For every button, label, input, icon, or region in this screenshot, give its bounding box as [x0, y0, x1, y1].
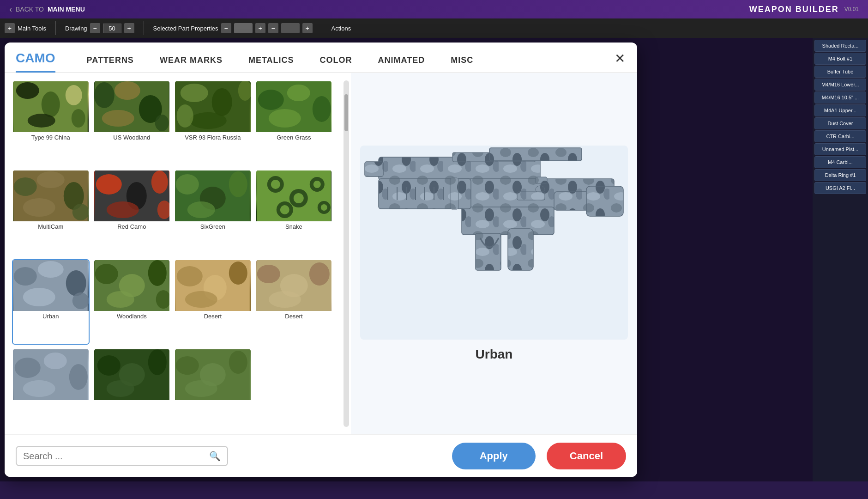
svg-point-60: [148, 260, 166, 286]
right-panel-item-1[interactable]: M4 Bolt #1: [814, 53, 866, 65]
pattern-sixgreen-img: [175, 170, 251, 221]
svg-point-44: [293, 193, 303, 203]
pattern-woodlands-img: [94, 260, 170, 311]
pattern-urban-label: Urban: [13, 311, 89, 322]
pattern-darkgreen[interactable]: [93, 348, 171, 427]
pattern-uswoodland[interactable]: US Woodland: [93, 80, 171, 166]
svg-point-64: [177, 266, 203, 286]
pattern-vsr93-img: [175, 81, 251, 132]
tab-wearmarks[interactable]: WEAR MARKS: [147, 50, 235, 72]
part-minus-button[interactable]: −: [221, 23, 231, 33]
svg-point-75: [44, 353, 67, 369]
version-label: V0.01: [844, 6, 859, 12]
part-plus-button[interactable]: +: [255, 23, 265, 33]
patterns-grid: Type 99 China: [12, 80, 334, 427]
search-box: 🔍: [16, 446, 228, 466]
modal-title: CAMO: [16, 51, 55, 73]
pattern-desert2-label: Desert: [256, 311, 332, 322]
pattern-gray1[interactable]: [12, 348, 90, 427]
footer-buttons: Apply Cancel: [452, 443, 626, 469]
pattern-type99[interactable]: Type 99 China: [12, 80, 90, 166]
part-plus2-button[interactable]: +: [302, 23, 313, 33]
svg-point-52: [14, 267, 37, 286]
svg-rect-95: [489, 148, 582, 161]
pattern-lightgreen[interactable]: [174, 348, 252, 427]
svg-point-84: [176, 356, 199, 375]
svg-rect-98: [508, 229, 533, 270]
svg-point-79: [97, 355, 120, 376]
pattern-urban[interactable]: Urban: [12, 259, 90, 345]
zoom-input[interactable]: [103, 24, 121, 33]
scrollbar[interactable]: [344, 80, 349, 427]
tab-animated[interactable]: ANIMATED: [365, 50, 438, 72]
svg-point-10: [102, 110, 134, 127]
scrollbar-thumb[interactable]: [344, 94, 348, 131]
zoom-plus-button[interactable]: +: [124, 23, 134, 33]
separator3: [322, 21, 322, 35]
pattern-woodlands-label: Woodlands: [94, 311, 170, 322]
svg-point-8: [114, 81, 140, 100]
pattern-woodlands[interactable]: Woodlands: [93, 259, 171, 345]
part-color-swatch2: [281, 23, 300, 33]
pattern-multicam[interactable]: MultiCam: [12, 170, 90, 255]
add-button[interactable]: +: [5, 23, 15, 33]
right-panel-item-9[interactable]: M4 Carbi...: [814, 156, 866, 168]
search-input[interactable]: [23, 451, 205, 462]
tab-patterns[interactable]: PATTERNS: [74, 50, 147, 72]
pattern-redcamo[interactable]: Red Camo: [93, 170, 171, 255]
pattern-greengrass[interactable]: Green Grass: [255, 80, 333, 166]
pattern-vsr93[interactable]: VSR 93 Flora Russia: [174, 80, 252, 166]
pattern-vsr93-label: VSR 93 Flora Russia: [175, 132, 251, 143]
right-panel-item-10[interactable]: Delta Ring #1: [814, 169, 866, 181]
apply-button[interactable]: Apply: [452, 443, 536, 469]
close-button[interactable]: ✕: [611, 50, 628, 67]
right-panel-item-8[interactable]: Unnamed Pist...: [814, 143, 866, 155]
svg-point-50: [320, 204, 327, 211]
preview-label: Urban: [476, 347, 513, 362]
pattern-gray1-label: [13, 400, 89, 404]
pattern-desert2[interactable]: Desert: [255, 259, 333, 345]
svg-point-69: [257, 265, 280, 283]
svg-point-82: [106, 380, 134, 397]
zoom-minus-button[interactable]: −: [90, 23, 100, 33]
right-panel-item-4[interactable]: M4/M16 10.5" ...: [814, 91, 866, 103]
right-panel-item-2[interactable]: Buffer Tube: [814, 66, 866, 78]
toolbar: + Main Tools Drawing − + Selected Part P…: [0, 18, 868, 38]
pattern-multicam-img: [13, 170, 89, 221]
tab-misc[interactable]: MISC: [438, 50, 486, 72]
pattern-multicam-label: MultiCam: [13, 221, 89, 232]
right-panel-item-11[interactable]: USGI A2 Fl...: [814, 182, 866, 194]
pattern-desert1[interactable]: Desert: [174, 259, 252, 345]
part-minus2-button[interactable]: −: [268, 23, 278, 33]
modal-header: CAMO PATTERNS WEAR MARKS METALICS COLOR …: [5, 43, 637, 73]
drawing-section: Drawing − +: [65, 23, 134, 33]
svg-point-11: [155, 115, 169, 131]
pattern-uswoodland-img: [94, 81, 170, 132]
preview-panel: Urban: [351, 73, 637, 434]
right-panel-item-3[interactable]: M4/M16 Lower...: [814, 79, 866, 91]
pattern-sixgreen[interactable]: SixGreen: [174, 170, 252, 255]
svg-point-3: [66, 85, 82, 105]
weapon-builder-label: WEAPON BUILDER: [749, 5, 839, 14]
right-panel-item-6[interactable]: Dust Cover: [814, 117, 866, 129]
selected-part-section: Selected Part Properties − + − +: [153, 23, 313, 33]
pattern-sixgreen-label: SixGreen: [175, 221, 251, 232]
main-menu-label[interactable]: MAIN MENU: [48, 6, 85, 13]
part-color-swatch: [234, 23, 253, 33]
right-panel-item-7[interactable]: CTR Carbi...: [814, 130, 866, 142]
patterns-panel: Type 99 China: [5, 73, 342, 434]
svg-point-19: [258, 90, 283, 110]
cancel-button[interactable]: Cancel: [547, 443, 626, 469]
pattern-desert1-img: [175, 260, 251, 311]
tab-metalics[interactable]: METALICS: [235, 50, 307, 72]
pattern-darkgreen-label: [94, 400, 170, 404]
svg-point-21: [312, 96, 331, 122]
pattern-gray1-img: [13, 349, 89, 400]
pattern-snake[interactable]: Snake: [255, 170, 333, 255]
tab-color[interactable]: COLOR: [307, 50, 365, 72]
right-panel-item-5[interactable]: M4A1 Upper...: [814, 104, 866, 116]
modal-footer: 🔍 Apply Cancel: [5, 434, 637, 477]
right-panel-item-0[interactable]: Shaded Recta...: [814, 40, 866, 52]
svg-point-72: [268, 291, 301, 308]
pattern-redcamo-img: [94, 170, 170, 221]
